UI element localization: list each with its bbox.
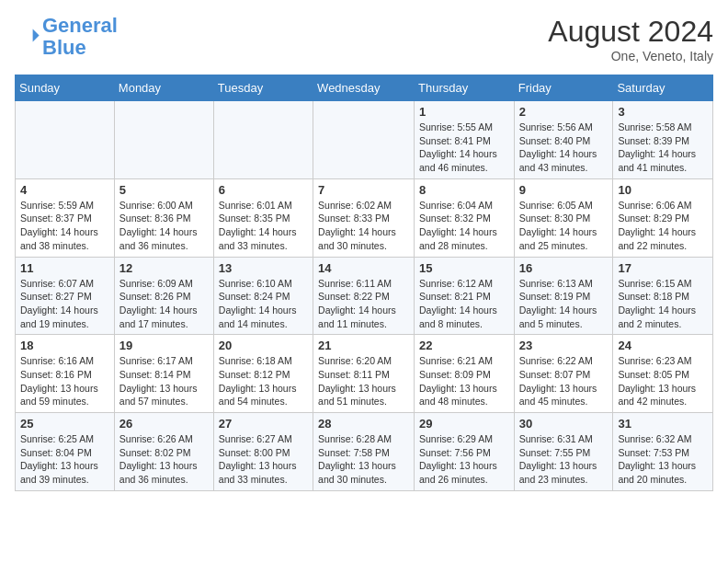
day-number: 31 [618,417,708,431]
week-row-2: 4Sunrise: 5:59 AMSunset: 8:37 PMDaylight… [16,178,713,257]
day-info: Sunrise: 6:10 AMSunset: 8:24 PMDaylight:… [219,277,308,331]
day-number: 11 [20,261,109,275]
day-cell: 26Sunrise: 6:26 AMSunset: 8:02 PMDayligh… [114,413,213,491]
weekday-header-thursday: Thursday [415,75,515,101]
day-info: Sunrise: 6:11 AMSunset: 8:22 PMDaylight:… [318,277,409,331]
logo-icon [15,24,40,50]
day-number: 13 [219,261,308,275]
day-number: 17 [618,261,708,275]
day-cell: 5Sunrise: 6:00 AMSunset: 8:36 PMDaylight… [114,178,213,257]
weekday-header-sunday: Sunday [16,75,115,101]
day-info: Sunrise: 6:29 AMSunset: 7:56 PMDaylight:… [419,432,509,487]
day-cell: 9Sunrise: 6:05 AMSunset: 8:30 PMDaylight… [514,178,613,257]
day-cell: 12Sunrise: 6:09 AMSunset: 8:26 PMDayligh… [114,257,213,335]
day-info: Sunrise: 6:13 AMSunset: 8:19 PMDaylight:… [519,277,609,331]
day-number: 21 [318,339,409,352]
weekday-header-wednesday: Wednesday [313,75,415,101]
day-number: 5 [119,183,209,197]
day-number: 23 [519,339,609,352]
day-info: Sunrise: 6:27 AMSunset: 8:00 PMDaylight:… [219,432,308,487]
weekday-header-friday: Friday [514,75,613,101]
day-cell: 3Sunrise: 5:58 AMSunset: 8:39 PMDaylight… [613,101,713,179]
day-info: Sunrise: 6:31 AMSunset: 7:55 PMDaylight:… [519,432,609,487]
day-number: 8 [419,183,509,197]
title-block: August 2024 One, Veneto, Italy [548,15,713,63]
day-cell: 18Sunrise: 6:16 AMSunset: 8:16 PMDayligh… [16,335,115,413]
weekday-header-monday: Monday [114,75,213,101]
day-info: Sunrise: 6:18 AMSunset: 8:12 PMDaylight:… [219,354,308,408]
day-number: 12 [119,261,209,275]
week-row-4: 18Sunrise: 6:16 AMSunset: 8:16 PMDayligh… [16,335,713,413]
logo-line1: General [42,14,118,37]
day-number: 15 [419,261,509,275]
logo-line2: Blue [42,37,118,59]
day-number: 1 [419,105,509,119]
week-row-3: 11Sunrise: 6:07 AMSunset: 8:27 PMDayligh… [16,257,713,335]
day-number: 9 [519,183,609,197]
day-info: Sunrise: 6:00 AMSunset: 8:36 PMDaylight:… [119,199,209,253]
svg-marker-0 [33,29,40,42]
day-info: Sunrise: 6:25 AMSunset: 8:04 PMDaylight:… [20,432,109,487]
day-info: Sunrise: 5:55 AMSunset: 8:41 PMDaylight:… [419,121,509,175]
day-number: 28 [318,417,409,431]
logo: General Blue [15,15,118,59]
logo-text: General Blue [42,15,118,59]
page-header: General Blue August 2024 One, Veneto, It… [15,15,713,63]
day-cell: 23Sunrise: 6:22 AMSunset: 8:07 PMDayligh… [514,335,613,413]
day-number: 4 [20,183,109,197]
day-number: 19 [119,339,209,352]
weekday-header-tuesday: Tuesday [213,75,313,101]
svg-rect-1 [20,29,34,43]
day-info: Sunrise: 6:15 AMSunset: 8:18 PMDaylight:… [618,277,708,331]
day-info: Sunrise: 6:02 AMSunset: 8:33 PMDaylight:… [318,199,409,253]
day-number: 29 [419,417,509,431]
day-cell: 29Sunrise: 6:29 AMSunset: 7:56 PMDayligh… [415,413,515,491]
day-number: 2 [519,105,609,119]
day-info: Sunrise: 5:59 AMSunset: 8:37 PMDaylight:… [20,199,109,253]
day-info: Sunrise: 6:16 AMSunset: 8:16 PMDaylight:… [20,354,109,408]
day-info: Sunrise: 6:23 AMSunset: 8:05 PMDaylight:… [618,354,708,408]
day-cell: 27Sunrise: 6:27 AMSunset: 8:00 PMDayligh… [213,413,313,491]
day-number: 27 [219,417,308,431]
day-info: Sunrise: 6:17 AMSunset: 8:14 PMDaylight:… [119,354,209,408]
location: One, Veneto, Italy [548,49,713,63]
day-info: Sunrise: 6:32 AMSunset: 7:53 PMDaylight:… [618,432,708,487]
day-info: Sunrise: 6:04 AMSunset: 8:32 PMDaylight:… [419,199,509,253]
day-number: 16 [519,261,609,275]
day-number: 14 [318,261,409,275]
day-cell: 15Sunrise: 6:12 AMSunset: 8:21 PMDayligh… [415,257,515,335]
day-cell: 28Sunrise: 6:28 AMSunset: 7:58 PMDayligh… [313,413,415,491]
month-year: August 2024 [548,15,713,49]
day-info: Sunrise: 5:56 AMSunset: 8:40 PMDaylight:… [519,121,609,175]
day-cell [114,101,213,179]
day-number: 26 [119,417,209,431]
day-info: Sunrise: 5:58 AMSunset: 8:39 PMDaylight:… [618,121,708,175]
day-info: Sunrise: 6:22 AMSunset: 8:07 PMDaylight:… [519,354,609,408]
day-cell: 13Sunrise: 6:10 AMSunset: 8:24 PMDayligh… [213,257,313,335]
day-cell: 22Sunrise: 6:21 AMSunset: 8:09 PMDayligh… [415,335,515,413]
day-number: 3 [618,105,708,119]
day-info: Sunrise: 6:28 AMSunset: 7:58 PMDaylight:… [318,432,409,487]
day-info: Sunrise: 6:26 AMSunset: 8:02 PMDaylight:… [119,432,209,487]
day-info: Sunrise: 6:01 AMSunset: 8:35 PMDaylight:… [219,199,308,253]
day-cell: 19Sunrise: 6:17 AMSunset: 8:14 PMDayligh… [114,335,213,413]
day-number: 10 [618,183,708,197]
day-number: 20 [219,339,308,352]
day-number: 25 [20,417,109,431]
day-number: 24 [618,339,708,352]
week-row-5: 25Sunrise: 6:25 AMSunset: 8:04 PMDayligh… [16,413,713,491]
day-info: Sunrise: 6:07 AMSunset: 8:27 PMDaylight:… [20,277,109,331]
day-cell: 21Sunrise: 6:20 AMSunset: 8:11 PMDayligh… [313,335,415,413]
day-cell: 16Sunrise: 6:13 AMSunset: 8:19 PMDayligh… [514,257,613,335]
week-row-1: 1Sunrise: 5:55 AMSunset: 8:41 PMDaylight… [16,101,713,179]
day-cell [16,101,115,179]
day-number: 7 [318,183,409,197]
day-info: Sunrise: 6:21 AMSunset: 8:09 PMDaylight:… [419,354,509,408]
day-info: Sunrise: 6:05 AMSunset: 8:30 PMDaylight:… [519,199,609,253]
day-number: 30 [519,417,609,431]
day-cell: 6Sunrise: 6:01 AMSunset: 8:35 PMDaylight… [213,178,313,257]
day-cell: 7Sunrise: 6:02 AMSunset: 8:33 PMDaylight… [313,178,415,257]
day-cell: 20Sunrise: 6:18 AMSunset: 8:12 PMDayligh… [213,335,313,413]
day-cell: 1Sunrise: 5:55 AMSunset: 8:41 PMDaylight… [415,101,515,179]
day-cell: 2Sunrise: 5:56 AMSunset: 8:40 PMDaylight… [514,101,613,179]
